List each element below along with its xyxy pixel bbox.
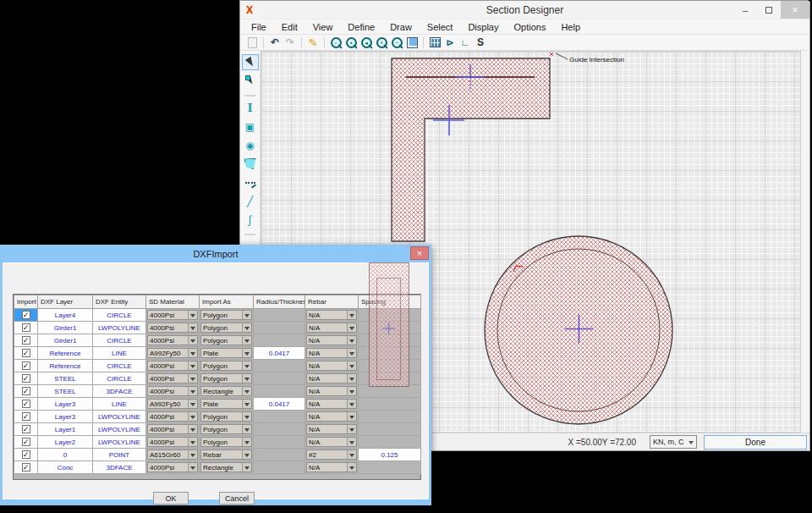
import-cell[interactable] bbox=[14, 360, 38, 372]
draw-tool-icon[interactable]: ∫ bbox=[242, 212, 259, 228]
import-checkbox[interactable] bbox=[22, 349, 30, 357]
draw-tool-icon[interactable] bbox=[242, 54, 259, 70]
toolbar-icon[interactable] bbox=[324, 37, 325, 48]
import-as-dropdown[interactable]: Rectangle bbox=[200, 462, 252, 472]
sd-material-dropdown[interactable]: 4000Psi bbox=[147, 361, 198, 371]
import-checkbox[interactable] bbox=[22, 400, 30, 408]
import-checkbox[interactable] bbox=[22, 463, 30, 472]
radius-thickness-cell[interactable] bbox=[254, 334, 305, 347]
sd-material-dropdown[interactable]: 4000Psi bbox=[147, 424, 198, 434]
spacing-cell[interactable] bbox=[359, 423, 421, 436]
draw-tool-icon[interactable]: I bbox=[242, 100, 259, 116]
done-button[interactable]: Done bbox=[704, 435, 807, 450]
import-cell[interactable] bbox=[14, 411, 38, 423]
spacing-cell[interactable] bbox=[359, 411, 421, 423]
radius-thickness-cell[interactable] bbox=[254, 322, 305, 334]
radius-thickness-cell[interactable] bbox=[254, 372, 305, 385]
import-cell[interactable] bbox=[14, 334, 38, 347]
radius-thickness-cell[interactable] bbox=[254, 449, 305, 461]
sd-material-dropdown[interactable]: 4000Psi bbox=[147, 386, 198, 396]
import-as-dropdown[interactable]: Polygon bbox=[200, 373, 252, 383]
import-cell[interactable] bbox=[14, 322, 38, 334]
rebar-dropdown[interactable]: N/A bbox=[306, 386, 357, 396]
menu-item[interactable]: Draw bbox=[382, 21, 420, 33]
toolbar-icon[interactable] bbox=[301, 37, 302, 48]
rebar-dropdown[interactable]: #2 bbox=[306, 450, 357, 460]
toolbar-icon[interactable] bbox=[328, 36, 343, 49]
toolbar-icon[interactable]: ⊳ bbox=[442, 36, 458, 49]
toolbar-icon[interactable] bbox=[404, 36, 420, 49]
sd-material-dropdown[interactable]: A615Gr60 bbox=[147, 450, 198, 460]
spacing-cell[interactable] bbox=[359, 347, 421, 360]
menu-item[interactable]: File bbox=[244, 21, 274, 33]
menu-item[interactable]: Options bbox=[506, 21, 553, 33]
sd-material-dropdown[interactable]: 4000Psi bbox=[147, 373, 198, 383]
toolbar-icon[interactable] bbox=[263, 37, 264, 48]
toolbar-icon[interactable]: ↶ bbox=[267, 36, 283, 49]
rebar-dropdown[interactable]: N/A bbox=[306, 411, 357, 422]
import-as-dropdown[interactable]: Polygon bbox=[200, 323, 252, 333]
draw-tool-icon[interactable] bbox=[242, 73, 259, 89]
ok-button[interactable]: OK bbox=[153, 492, 189, 505]
sd-material-dropdown[interactable]: A992Fy50 bbox=[147, 399, 198, 409]
rebar-dropdown[interactable]: N/A bbox=[306, 361, 357, 371]
units-dropdown[interactable]: KN, m, C bbox=[650, 435, 697, 449]
radius-thickness-cell[interactable] bbox=[254, 360, 305, 372]
radius-thickness-cell[interactable] bbox=[254, 436, 305, 449]
import-checkbox[interactable] bbox=[22, 323, 30, 332]
import-cell[interactable] bbox=[14, 372, 38, 385]
import-cell[interactable] bbox=[14, 385, 38, 398]
import-as-dropdown[interactable]: Polygon bbox=[200, 335, 252, 345]
rebar-dropdown[interactable]: N/A bbox=[306, 424, 357, 434]
import-cell[interactable] bbox=[14, 398, 38, 411]
radius-thickness-cell[interactable] bbox=[254, 411, 305, 423]
radius-thickness-cell[interactable]: 0.0417 bbox=[254, 398, 305, 411]
toolbar-icon[interactable] bbox=[374, 36, 389, 49]
toolbar-icon[interactable]: S bbox=[473, 36, 488, 49]
sd-material-dropdown[interactable]: 4000Psi bbox=[147, 335, 198, 345]
import-cell[interactable] bbox=[14, 423, 38, 436]
import-checkbox[interactable] bbox=[22, 438, 30, 446]
sd-material-dropdown[interactable]: 4000Psi bbox=[147, 323, 198, 333]
import-cell[interactable] bbox=[14, 347, 38, 360]
radius-thickness-cell[interactable]: 0.0417 bbox=[254, 347, 305, 360]
import-as-dropdown[interactable]: Polygon bbox=[200, 361, 252, 371]
rebar-dropdown[interactable]: N/A bbox=[306, 323, 357, 333]
toolbar-icon[interactable] bbox=[244, 36, 260, 49]
menu-item[interactable]: Edit bbox=[274, 21, 305, 33]
import-as-dropdown[interactable]: Polygon bbox=[200, 437, 252, 447]
menu-item[interactable]: Define bbox=[340, 21, 382, 33]
toolbar-icon[interactable] bbox=[427, 36, 442, 49]
draw-tool-icon[interactable] bbox=[242, 174, 259, 190]
draw-tool-icon[interactable]: ╱ bbox=[242, 193, 259, 209]
cancel-button[interactable]: Cancel bbox=[219, 492, 255, 505]
toolbar-icon[interactable]: ∟ bbox=[458, 36, 473, 49]
import-cell[interactable] bbox=[14, 461, 38, 474]
import-checkbox[interactable] bbox=[22, 412, 30, 421]
sd-material-dropdown[interactable]: 4000Psi bbox=[147, 437, 198, 447]
import-checkbox[interactable] bbox=[22, 450, 30, 459]
import-cell[interactable] bbox=[14, 436, 38, 449]
spacing-cell[interactable] bbox=[359, 372, 421, 385]
import-as-dropdown[interactable]: Plate bbox=[200, 348, 252, 358]
dialog-close-button[interactable]: × bbox=[410, 246, 429, 260]
import-as-dropdown[interactable]: Rebar bbox=[200, 450, 252, 460]
rebar-dropdown[interactable]: N/A bbox=[306, 399, 357, 409]
rebar-dropdown[interactable]: N/A bbox=[306, 348, 357, 358]
import-checkbox[interactable] bbox=[22, 374, 30, 383]
import-as-dropdown[interactable]: Polygon bbox=[200, 310, 252, 320]
radius-thickness-cell[interactable] bbox=[254, 385, 305, 398]
toolbar-icon[interactable] bbox=[359, 36, 374, 49]
rebar-dropdown[interactable]: N/A bbox=[306, 310, 357, 320]
import-as-dropdown[interactable]: Polygon bbox=[200, 424, 252, 434]
sd-material-dropdown[interactable]: 4000Psi bbox=[147, 411, 198, 422]
rebar-dropdown[interactable]: N/A bbox=[306, 462, 357, 472]
spacing-cell[interactable] bbox=[359, 461, 421, 474]
draw-tool-icon[interactable] bbox=[244, 95, 255, 97]
sd-material-dropdown[interactable]: A992Fy50 bbox=[147, 348, 198, 358]
spacing-cell[interactable] bbox=[359, 334, 421, 347]
rebar-dropdown[interactable]: N/A bbox=[306, 437, 357, 447]
toolbar-icon[interactable] bbox=[343, 36, 359, 49]
spacing-cell[interactable] bbox=[359, 385, 421, 398]
sd-material-dropdown[interactable]: 4000Psi bbox=[147, 462, 198, 472]
